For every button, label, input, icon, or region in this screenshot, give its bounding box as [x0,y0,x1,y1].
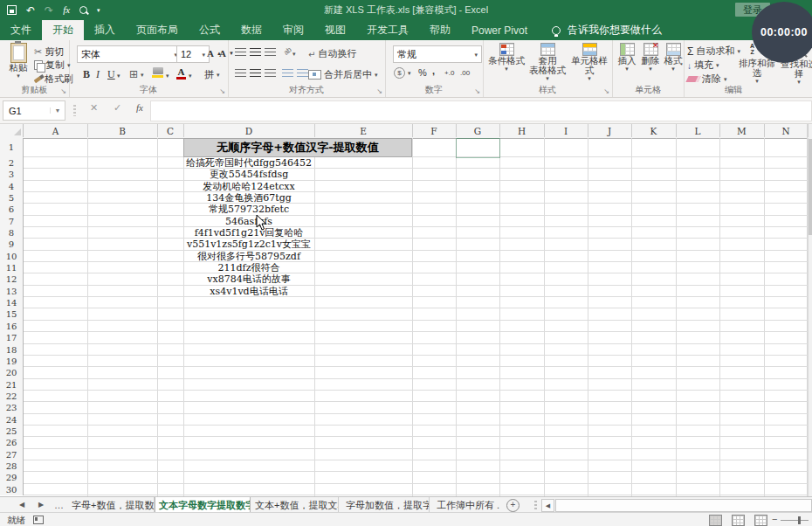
bottom-align-button[interactable] [265,48,276,56]
row-header-1[interactable]: 1 [0,138,24,157]
macro-record-icon[interactable] [33,516,44,524]
tab-insert[interactable]: 插入 [84,20,126,40]
row-header-13[interactable]: 13 [0,286,24,297]
borders-button[interactable] [129,68,144,80]
middle-align-button[interactable] [250,48,261,56]
orientation-icon[interactable]: ab [282,45,293,57]
column-header-c[interactable]: C [157,124,184,137]
column-header-n[interactable]: N [764,124,809,137]
data-cell-d12[interactable]: vx8784电话的故事 [183,273,314,285]
merged-title-cell[interactable]: 无顺序字母+数值汉字-提取数值 [183,138,412,157]
font-name-select[interactable]: 宋体 [77,45,182,63]
tab-power-pivot[interactable]: Power Pivot [461,20,538,40]
clipboard-dialog-launcher-icon[interactable] [60,88,66,95]
fill-color-button[interactable] [152,67,163,78]
number-dialog-launcher-icon[interactable] [474,88,480,95]
row-header-14[interactable]: 14 [0,297,24,308]
sheet-nav-left-icon[interactable]: ◀ [19,497,24,513]
row-header-15[interactable]: 15 [0,308,24,320]
row-header-5[interactable]: 5 [0,192,24,204]
sheet-tab-3[interactable]: 文本+数值，提取文本 [251,497,339,513]
wrap-text-button[interactable]: 自动换行 [308,47,356,60]
sheet-tab-1[interactable]: 字母+数值，提取数值 [68,497,155,513]
fill-button[interactable]: 填充 [687,59,719,72]
copy-button[interactable]: 复制 [34,59,71,72]
row-header-30[interactable]: 30 [0,484,24,495]
zoom-slider-track[interactable] [781,520,809,521]
row-header-24[interactable]: 24 [0,414,24,426]
tab-scrollbar-splitter[interactable] [534,501,537,509]
row-header-22[interactable]: 22 [0,391,24,402]
row-header-6[interactable]: 6 [0,204,24,215]
column-header-m[interactable]: M [719,124,765,137]
tab-page-layout[interactable]: 页面布局 [126,20,189,40]
select-all-corner[interactable] [0,124,24,137]
column-header-a[interactable]: A [24,124,88,137]
row-header-2[interactable]: 2 [0,157,24,169]
conditional-formatting-button[interactable]: 条件格式 [487,43,526,72]
row-header-25[interactable]: 25 [0,426,24,437]
row-header-10[interactable]: 10 [0,251,24,262]
tab-data[interactable]: 数据 [231,20,272,40]
data-cell-d5[interactable]: 134金龟换酒67tgg [183,192,314,204]
data-cell-d10[interactable]: 很对很多行号58795zdf [183,251,314,262]
format-cells-button[interactable]: 格式 [662,43,685,72]
top-align-button[interactable] [235,48,246,56]
column-header-f[interactable]: F [412,124,457,137]
formula-input[interactable] [150,100,812,121]
new-sheet-button[interactable]: + [506,499,520,512]
column-header-g[interactable]: G [456,124,500,137]
column-header-j[interactable]: J [588,124,632,137]
percent-style-button[interactable]: % [418,67,427,78]
print-preview-icon[interactable] [79,6,87,14]
decrease-decimal-button[interactable]: .00 [460,69,470,77]
customize-qat-caret-icon[interactable]: ▾ [97,7,100,14]
delete-cells-button[interactable]: 删除 [639,43,662,72]
font-size-select[interactable]: 12 [176,45,210,63]
italic-button[interactable]: I [96,68,100,81]
data-cell-d9[interactable]: v551v1zs5fg1z2c1v女宝宝 [183,239,314,250]
row-header-17[interactable]: 17 [0,332,24,343]
phonetic-guide-button[interactable]: 拼 [204,68,220,81]
tab-home[interactable]: 开始 [42,20,84,40]
insert-function-icon[interactable]: fx [63,5,70,15]
column-header-k[interactable]: K [631,124,677,137]
fill-color-caret-icon[interactable] [166,73,169,79]
page-break-view-icon[interactable] [754,515,767,526]
increase-indent-button[interactable] [297,69,308,77]
row-header-18[interactable]: 18 [0,344,24,356]
underline-button[interactable]: U [107,68,115,81]
horizontal-scrollbar-thumb[interactable] [555,499,812,512]
worksheet-grid[interactable]: ABCDEFGHIJKLMN12345678910111213141516171… [0,124,812,496]
row-header-16[interactable]: 16 [0,321,24,332]
font-color-button[interactable]: A [176,67,186,80]
row-header-12[interactable]: 12 [0,273,24,285]
row-header-11[interactable]: 11 [0,262,24,273]
align-left-button[interactable] [235,69,246,77]
confirm-entry-icon[interactable]: ✓ [114,102,121,114]
column-header-i[interactable]: I [544,124,588,137]
column-header-b[interactable]: B [87,124,158,137]
row-header-26[interactable]: 26 [0,437,24,448]
insert-function-fx-icon[interactable]: fx [136,102,143,113]
normal-view-icon[interactable] [709,515,722,526]
row-header-7[interactable]: 7 [0,216,24,227]
cell-styles-button[interactable]: 单元格样式 [569,43,609,81]
sheet-nav-right-icon[interactable]: ▶ [38,497,44,513]
data-cell-d2[interactable]: 给搞死帝国时代dfgg546452 [183,157,314,169]
comma-style-button[interactable]: , [432,66,435,76]
row-header-19[interactable]: 19 [0,356,24,367]
alignment-dialog-launcher-icon[interactable] [376,88,382,95]
tell-me-box[interactable]: 告诉我你想要做什么 [538,20,662,40]
accounting-format-button[interactable]: $ [394,67,411,79]
data-cell-d11[interactable]: 211dfz很符合 [183,262,314,273]
align-right-button[interactable] [265,69,276,77]
hscroll-left-icon[interactable]: ◀ [541,499,554,512]
column-header-h[interactable]: H [499,124,545,137]
autosum-button[interactable]: 自动求和 [687,45,740,58]
row-header-23[interactable]: 23 [0,402,24,413]
font-dialog-launcher-icon[interactable] [219,88,225,95]
sheet-tab-5[interactable]: 工作簿中所有 ... [433,497,499,513]
tab-view[interactable]: 视图 [314,20,356,40]
tab-developer[interactable]: 开发工具 [356,20,419,40]
